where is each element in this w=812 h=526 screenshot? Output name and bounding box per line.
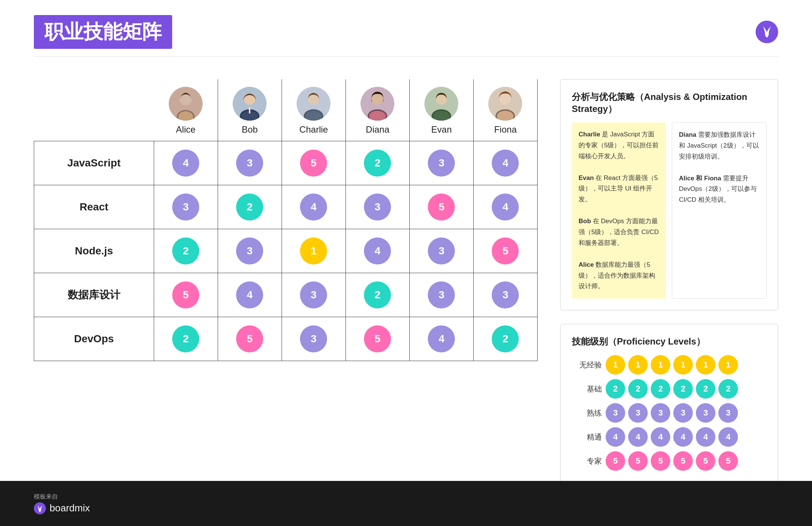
score-badge-0-1: 3 (236, 150, 263, 177)
page-title: 职业技能矩阵 (34, 15, 172, 49)
avatar-charlie (297, 87, 330, 121)
score-badge-3-2: 3 (300, 281, 327, 308)
level-dot-1-4: 1 (696, 355, 715, 375)
score-cell-3-4: 3 (409, 273, 473, 317)
score-cell-2-4: 3 (409, 229, 473, 273)
score-badge-4-1: 5 (236, 325, 263, 352)
person-col-charlie: Charlie (282, 79, 345, 141)
person-name-fiona: Fiona (477, 124, 533, 135)
score-badge-4-0: 2 (172, 325, 199, 352)
score-cell-3-2: 3 (282, 273, 345, 317)
matrix-corner-cell (34, 79, 154, 141)
person-col-evan: Evan (409, 79, 473, 141)
skill-label-2: Node.js (34, 229, 154, 273)
footer-brand: 模板来自 boardmix (34, 493, 90, 514)
score-cell-4-2: 3 (282, 317, 345, 361)
level-dot-2-1: 2 (628, 379, 648, 399)
level-row-2: 基础222222 (572, 379, 767, 399)
proficiency-section: 技能级别（Proficiency Levels） 无经验111111基础2222… (560, 324, 778, 487)
person-name-evan: Evan (414, 124, 470, 135)
score-cell-2-2: 1 (282, 229, 345, 273)
avatar-diana (361, 87, 394, 121)
level-dot-1-0: 1 (606, 355, 625, 375)
level-dots-2: 222222 (606, 379, 738, 399)
score-cell-2-3: 4 (345, 229, 409, 273)
level-dots-5: 555555 (606, 451, 738, 471)
level-dots-4: 444444 (606, 427, 738, 447)
skill-label-1: React (34, 185, 154, 229)
score-badge-2-0: 2 (172, 237, 199, 265)
skill-label-4: DevOps (34, 317, 154, 361)
score-cell-4-1: 5 (218, 317, 282, 361)
header: 职业技能矩阵 (0, 0, 812, 56)
level-dot-4-1: 4 (628, 427, 648, 447)
level-dot-2-2: 2 (651, 379, 670, 399)
level-dots-3: 333333 (606, 403, 738, 423)
score-cell-2-5: 5 (473, 229, 537, 273)
level-dot-1-2: 1 (651, 355, 670, 375)
boardmix-logo-icon (34, 502, 46, 514)
level-dot-2-4: 2 (696, 379, 715, 399)
score-cell-1-2: 4 (282, 185, 345, 229)
level-dot-5-1: 5 (628, 451, 648, 471)
level-dot-5-0: 5 (606, 451, 625, 471)
score-cell-1-5: 4 (473, 185, 537, 229)
skill-row-4: DevOps253542 (34, 317, 538, 361)
level-dot-5-3: 5 (673, 451, 693, 471)
score-cell-1-1: 2 (218, 185, 282, 229)
level-label-3: 熟练 (572, 408, 602, 418)
level-row-4: 精通444444 (572, 427, 767, 447)
level-dot-4-5: 4 (718, 427, 738, 447)
person-name-bob: Bob (222, 124, 278, 135)
level-dot-1-1: 1 (628, 355, 648, 375)
person-name-diana: Diana (350, 124, 406, 135)
score-badge-3-4: 3 (428, 281, 455, 308)
score-cell-2-1: 3 (218, 229, 282, 273)
score-cell-4-5: 2 (473, 317, 537, 361)
level-dot-1-3: 1 (673, 355, 693, 375)
score-badge-1-1: 2 (236, 193, 263, 221)
svg-rect-9 (249, 107, 250, 113)
skill-row-0: JavaScript435234 (34, 141, 538, 185)
levels-table: 无经验111111基础222222熟练333333精通444444专家55555… (572, 355, 767, 471)
score-cell-3-0: 5 (154, 273, 218, 317)
avatar-evan (424, 87, 458, 121)
score-badge-0-4: 3 (428, 150, 455, 177)
level-dot-4-0: 4 (606, 427, 625, 447)
footer-label: 模板来自 (34, 493, 90, 501)
level-label-4: 精通 (572, 432, 602, 442)
level-row-5: 专家555555 (572, 451, 767, 471)
score-badge-4-5: 2 (492, 325, 519, 352)
footer-logo: boardmix (34, 502, 90, 514)
score-badge-3-5: 3 (492, 281, 519, 308)
score-cell-2-0: 2 (154, 229, 218, 273)
matrix-table: Alice Bob Charlie (34, 79, 538, 361)
score-cell-1-3: 3 (345, 185, 409, 229)
level-dot-2-0: 2 (606, 379, 625, 399)
footer: 模板来自 boardmix (0, 481, 812, 526)
analysis-content: Charlie 是 JavaScript 方面的专家（5级），可以担任前端核心开… (572, 122, 767, 299)
score-cell-4-3: 5 (345, 317, 409, 361)
skill-row-2: Node.js231435 (34, 229, 538, 273)
score-cell-1-4: 5 (409, 185, 473, 229)
boardmix-name: boardmix (50, 502, 90, 514)
score-badge-3-0: 5 (172, 281, 199, 308)
level-dot-2-5: 2 (718, 379, 738, 399)
score-badge-1-0: 3 (172, 193, 199, 221)
person-col-diana: Diana (345, 79, 409, 141)
person-name-charlie: Charlie (286, 124, 342, 135)
level-dot-3-3: 3 (673, 403, 693, 423)
score-cell-4-4: 4 (409, 317, 473, 361)
right-panel: 分析与优化策略（Analysis & Optimization Strategy… (560, 79, 778, 487)
skill-row-1: React324354 (34, 185, 538, 229)
level-dot-3-0: 3 (606, 403, 625, 423)
avatar-bob (233, 87, 267, 121)
analysis-note-right: Diana 需要加强数据库设计和 JavaScript（2级），可以安排初级培训… (672, 122, 767, 299)
score-cell-3-5: 3 (473, 273, 537, 317)
score-badge-2-4: 3 (428, 237, 455, 265)
score-cell-3-3: 2 (345, 273, 409, 317)
score-badge-1-5: 4 (492, 193, 519, 221)
avatar-fiona (488, 87, 522, 121)
level-dot-5-2: 5 (651, 451, 670, 471)
level-dot-4-2: 4 (651, 427, 670, 447)
